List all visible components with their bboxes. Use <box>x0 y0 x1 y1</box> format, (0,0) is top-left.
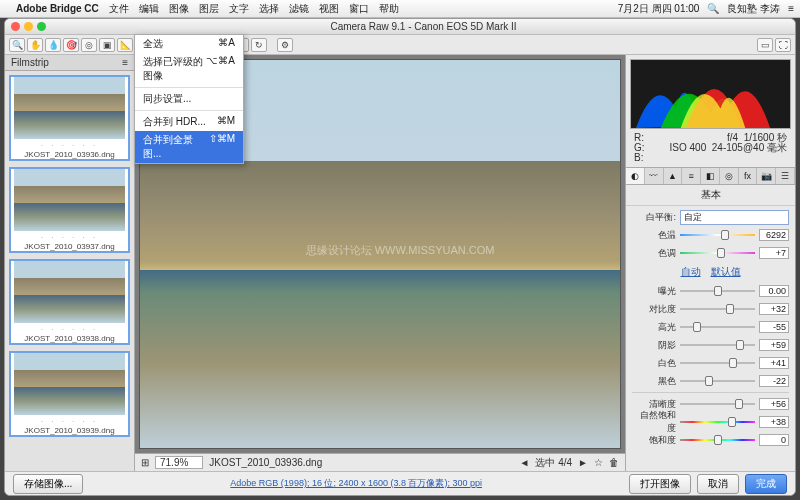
straighten-icon[interactable]: 📐 <box>117 38 133 52</box>
color-sampler-icon[interactable]: 🎯 <box>63 38 79 52</box>
menu-type[interactable]: 文字 <box>229 2 249 16</box>
contrast-slider[interactable] <box>680 304 755 314</box>
camera-raw-window: Camera Raw 9.1 - Canon EOS 5D Mark II 🔍 … <box>4 18 796 496</box>
toolbar: 🔍 ✋ 💧 🎯 ◎ ▣ 📐 ◌ 👁 🖌 ▤ ◯ ↺ ↻ ⚙ ▭ ⛶ <box>5 35 795 55</box>
default-link[interactable]: 默认值 <box>711 265 741 279</box>
menu-file[interactable]: 文件 <box>109 2 129 16</box>
workflow-link[interactable]: Adobe RGB (1998); 16 位; 2400 x 1600 (3.8… <box>230 478 482 488</box>
tab-fx-icon[interactable]: fx <box>739 168 758 184</box>
filmstrip-context-menu: 全选⌘A 选择已评级的图像⌥⌘A 同步设置... 合并到 HDR...⌘M 合并… <box>134 34 244 164</box>
target-adjust-icon[interactable]: ◎ <box>81 38 97 52</box>
done-button[interactable]: 完成 <box>745 474 787 494</box>
close-icon[interactable] <box>11 22 20 31</box>
rating-icon[interactable]: ☆ <box>594 457 603 468</box>
tab-detail-icon[interactable]: ▲ <box>664 168 683 184</box>
preferences-icon[interactable]: ⚙ <box>277 38 293 52</box>
spotlight-icon[interactable]: 🔍 <box>707 3 719 14</box>
menu-layer[interactable]: 图层 <box>199 2 219 16</box>
clarity-slider[interactable] <box>680 399 755 409</box>
open-image-button[interactable]: 打开图像 <box>629 474 691 494</box>
save-image-button[interactable]: 存储图像... <box>13 474 83 494</box>
wb-select[interactable]: 自定 <box>680 210 789 225</box>
tab-hsl-icon[interactable]: ≡ <box>682 168 701 184</box>
tab-basic-icon[interactable]: ◐ <box>626 168 645 184</box>
menu-image[interactable]: 图像 <box>169 2 189 16</box>
menu-window[interactable]: 窗口 <box>349 2 369 16</box>
prev-icon[interactable]: ◄ <box>520 457 530 468</box>
menu-view[interactable]: 视图 <box>319 2 339 16</box>
menubar-clock: 7月2日 周四 01:00 <box>618 2 700 16</box>
filmstrip-label: Filmstrip <box>11 57 49 68</box>
selection-count: 选中 4/4 <box>535 456 572 470</box>
trash-icon[interactable]: 🗑 <box>609 457 619 468</box>
menu-select[interactable]: 选择 <box>259 2 279 16</box>
tab-curve-icon[interactable]: 〰 <box>645 168 664 184</box>
menu-edit[interactable]: 编辑 <box>139 2 159 16</box>
tab-lens-icon[interactable]: ◎ <box>720 168 739 184</box>
whites-slider[interactable] <box>680 358 755 368</box>
panel-title: 基本 <box>626 185 795 206</box>
highlights-slider[interactable] <box>680 322 755 332</box>
macos-menubar: Adobe Bridge CC 文件 编辑 图像 图层 文字 选择 滤镜 视图 … <box>0 0 800 18</box>
hand-tool-icon[interactable]: ✋ <box>27 38 43 52</box>
menu-sync-settings[interactable]: 同步设置... <box>135 90 243 108</box>
menu-merge-panorama[interactable]: 合并到全景图...⇧⌘M <box>135 131 243 163</box>
menu-filter[interactable]: 滤镜 <box>289 2 309 16</box>
tab-split-icon[interactable]: ◧ <box>701 168 720 184</box>
auto-link[interactable]: 自动 <box>681 265 701 279</box>
adjustments-panel: R:G:B: f/4 1/1600 秒 ISO 400 24-105@40 毫米… <box>625 55 795 471</box>
menu-select-rated[interactable]: 选择已评级的图像⌥⌘A <box>135 53 243 85</box>
temp-slider[interactable] <box>680 230 755 240</box>
minimize-icon[interactable] <box>24 22 33 31</box>
menubar-user[interactable]: 良知塾 李涛 <box>727 2 780 16</box>
fullscreen-icon[interactable]: ⛶ <box>775 38 791 52</box>
rotate-cw-icon[interactable]: ↻ <box>251 38 267 52</box>
histogram[interactable] <box>630 59 791 129</box>
crop-tool-icon[interactable]: ▣ <box>99 38 115 52</box>
tab-presets-icon[interactable]: ☰ <box>776 168 795 184</box>
filmstrip-list[interactable]: . . . . . .JKOST_2010_03936.dng . . . . … <box>5 71 134 471</box>
tab-camera-icon[interactable]: 📷 <box>757 168 776 184</box>
blacks-slider[interactable] <box>680 376 755 386</box>
filmstrip-menu-icon[interactable]: ≡ <box>122 57 128 68</box>
dialog-footer: 存储图像... Adobe RGB (1998); 16 位; 2400 x 1… <box>5 471 795 495</box>
app-name[interactable]: Adobe Bridge CC <box>16 3 99 14</box>
exposure-slider[interactable] <box>680 286 755 296</box>
menu-select-all[interactable]: 全选⌘A <box>135 35 243 53</box>
thumb-item[interactable]: . . . . . .JKOST_2010_03936.dng <box>9 75 130 161</box>
zoom-tool-icon[interactable]: 🔍 <box>9 38 25 52</box>
next-icon[interactable]: ► <box>578 457 588 468</box>
shadows-slider[interactable] <box>680 340 755 350</box>
wb-tool-icon[interactable]: 💧 <box>45 38 61 52</box>
menu-help[interactable]: 帮助 <box>379 2 399 16</box>
preview-toggle-icon[interactable]: ▭ <box>757 38 773 52</box>
vibrance-slider[interactable] <box>680 417 755 427</box>
filmstrip-panel: Filmstrip ≡ . . . . . .JKOST_2010_03936.… <box>5 55 135 471</box>
thumb-item[interactable]: . . . . . .JKOST_2010_03937.dng <box>9 167 130 253</box>
thumb-item[interactable]: . . . . . .JKOST_2010_03938.dng <box>9 259 130 345</box>
cancel-button[interactable]: 取消 <box>697 474 739 494</box>
grid-icon[interactable]: ⊞ <box>141 457 149 468</box>
window-title: Camera Raw 9.1 - Canon EOS 5D Mark II <box>52 21 795 32</box>
window-titlebar: Camera Raw 9.1 - Canon EOS 5D Mark II <box>5 19 795 35</box>
notification-icon[interactable]: ≡ <box>788 3 794 14</box>
preview-statusbar: ⊞ 71.9% JKOST_2010_03936.dng ◄ 选中 4/4 ► … <box>135 453 625 471</box>
zoom-level[interactable]: 71.9% <box>155 456 203 469</box>
zoom-icon[interactable] <box>37 22 46 31</box>
preview-filename: JKOST_2010_03936.dng <box>209 457 513 468</box>
panel-tabs: ◐ 〰 ▲ ≡ ◧ ◎ fx 📷 ☰ <box>626 167 795 185</box>
menu-merge-hdr[interactable]: 合并到 HDR...⌘M <box>135 113 243 131</box>
saturation-slider[interactable] <box>680 435 755 445</box>
readout-b: B: <box>634 153 645 163</box>
thumb-item[interactable]: . . . . . .JKOST_2010_03939.dng <box>9 351 130 437</box>
tint-slider[interactable] <box>680 248 755 258</box>
